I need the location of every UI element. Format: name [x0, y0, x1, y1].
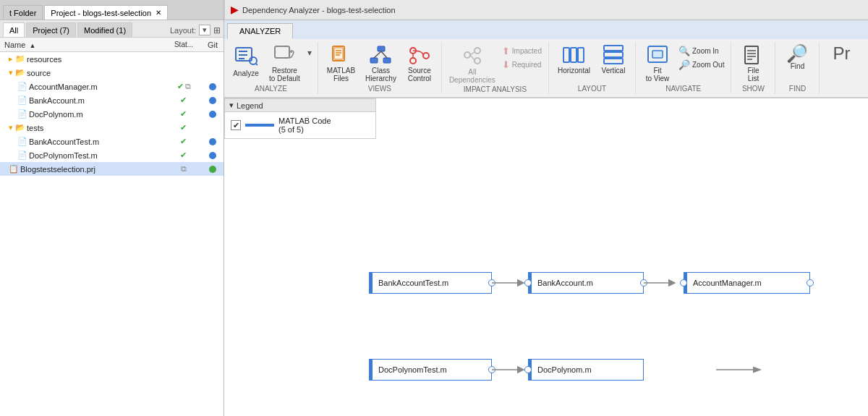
svg-rect-30	[604, 52, 623, 57]
legend-title: Legend	[237, 101, 263, 110]
tab-modified[interactable]: Modified (1)	[77, 22, 132, 37]
svg-rect-8	[334, 48, 343, 59]
node-right-dot2	[640, 279, 647, 286]
matlab-files-icon	[330, 45, 352, 67]
pr-button[interactable]: Pr	[824, 43, 859, 64]
required-icon: ⬇	[502, 59, 510, 70]
source-control-button[interactable]: SourceControl	[402, 43, 437, 84]
matlab-files-button[interactable]: MATLABFiles	[323, 43, 359, 84]
pr-icon: Pr	[833, 45, 850, 62]
file-tree: ▸ 📁 resources ▾ 📂 source 📄 AccountManage…	[0, 52, 224, 416]
node-bankaccount[interactable]: BankAccount.m	[528, 272, 644, 294]
file-icon: 📄	[17, 82, 27, 91]
ribbon-tab-analyzer[interactable]: ANALYZER	[227, 23, 293, 39]
canvas-area: ▾ Legend ✔ MATLAB Code(5 of 5)	[224, 98, 868, 416]
file-icon: 📄	[17, 137, 27, 146]
close-tab-icon[interactable]: ✕	[156, 9, 161, 17]
node-right-dot	[488, 279, 495, 286]
expand-icon[interactable]: ⊞	[213, 25, 221, 35]
file-icon: 📄	[17, 95, 27, 105]
node-bankaccounttest[interactable]: BankAccountTest.m	[369, 272, 492, 294]
dropdown-arrow-icon: ▾	[307, 48, 312, 58]
git-status-dot	[209, 166, 216, 173]
impacted-icon: ⬆	[502, 46, 510, 56]
layout-dropdown[interactable]: ▾	[199, 25, 210, 35]
svg-point-21	[464, 52, 470, 58]
node-accountmanager[interactable]: AccountManager.m	[684, 272, 810, 294]
node-docpolynom[interactable]: DocPolynom.m	[528, 359, 644, 381]
svg-line-16	[381, 51, 387, 58]
dep-analyzer-title: Dependency Analyzer - blogs-test-selecti…	[242, 6, 396, 14]
required-button[interactable]: ⬇ Required	[500, 59, 544, 71]
check-icon: ✔	[180, 150, 187, 160]
check-icon: ✔	[180, 137, 187, 146]
svg-rect-12	[378, 46, 385, 51]
find-button[interactable]: 🔎 Find	[780, 43, 814, 72]
node-left-dot2	[680, 279, 687, 286]
node-left-dot3	[524, 366, 532, 373]
tree-item-source[interactable]: ▾ 📂 source	[0, 66, 224, 80]
tree-item-docpolynom[interactable]: 📄 DocPolynom.m ✔	[0, 107, 224, 121]
git-status-dot	[209, 152, 216, 159]
fit-to-view-button[interactable]: Fitto View	[640, 43, 675, 84]
horizontal-button[interactable]: Horizontal	[553, 43, 595, 76]
class-hierarchy-button[interactable]: ClassHierarchy	[361, 43, 401, 84]
check-icon: ✔	[177, 82, 184, 91]
svg-point-22	[475, 48, 480, 54]
svg-line-5	[256, 64, 258, 65]
node-docpolynomtest[interactable]: DocPolynomTest.m	[369, 359, 492, 381]
svg-line-25	[470, 55, 475, 60]
git-status-dot	[209, 111, 216, 118]
file-list-button[interactable]: FileList	[736, 43, 770, 84]
tree-item-tests[interactable]: ▾ 📂 tests ✔	[0, 121, 224, 135]
tree-item-resources[interactable]: ▸ 📁 resources	[0, 52, 224, 66]
legend-item-label: MATLAB Code(5 of 5)	[278, 116, 331, 134]
tab-project-count[interactable]: Project (7)	[26, 22, 76, 37]
legend-box: ▾ Legend ✔ MATLAB Code(5 of 5)	[224, 98, 376, 139]
tab-project[interactable]: Project - blogs-test-selection ✕	[44, 5, 168, 20]
legend-collapse-icon[interactable]: ▾	[229, 101, 234, 110]
find-icon: 🔎	[786, 45, 808, 62]
views-more-button[interactable]: ▾	[306, 43, 313, 59]
legend-checkbox[interactable]: ✔	[231, 120, 241, 130]
legend-line	[245, 124, 274, 127]
restore-button[interactable]: Restoreto Default	[265, 43, 305, 84]
tab-all[interactable]: All	[3, 22, 25, 37]
doc-icon: ⧉	[181, 164, 187, 174]
folder-icon: ▸ 📁	[9, 54, 25, 64]
tree-item-bankaccounttest[interactable]: 📄 BankAccountTest.m ✔	[0, 135, 224, 148]
zoom-out-icon: 🔎	[678, 59, 690, 70]
matlab-logo-icon: ▶	[231, 4, 238, 15]
all-dep-icon	[461, 45, 483, 68]
impacted-button[interactable]: ⬆ Impacted	[500, 45, 544, 57]
svg-point-18	[410, 58, 416, 64]
col-name-header[interactable]: Name ▲	[0, 41, 166, 49]
svg-rect-27	[571, 48, 576, 62]
svg-rect-14	[383, 58, 391, 63]
tree-item-bankaccount[interactable]: 📄 BankAccount.m ✔	[0, 93, 224, 107]
prj-icon: 📋	[9, 164, 19, 174]
folder-open-icon: ▾ 📂	[9, 68, 25, 77]
check-icon: ✔	[180, 123, 187, 132]
zoom-in-button[interactable]: 🔍 Zoom In	[676, 45, 726, 57]
folder-open-icon: ▾ 📂	[9, 123, 25, 132]
col-stat-header[interactable]: Stat...	[166, 41, 202, 48]
tree-item-accountmanager[interactable]: 📄 AccountManager.m ✔ ⧉	[0, 80, 224, 93]
svg-rect-33	[652, 51, 663, 58]
check-icon: ✔	[180, 109, 187, 119]
tree-item-docpolynomtest[interactable]: 📄 DocPolynomTest.m ✔	[0, 148, 224, 162]
tree-item-project-file[interactable]: 📋 Blogstestselection.prj ⧉	[0, 162, 224, 176]
analyze-icon	[234, 45, 258, 69]
horizontal-icon	[563, 45, 584, 67]
zoom-out-button[interactable]: 🔎 Zoom Out	[676, 59, 726, 71]
svg-rect-34	[745, 46, 758, 64]
analyze-button[interactable]: Analyze	[229, 43, 263, 79]
svg-rect-28	[578, 48, 584, 62]
all-dependencies-button[interactable]: AllDependencies	[446, 43, 498, 85]
svg-line-24	[470, 52, 475, 55]
tab-folder[interactable]: t Folder	[3, 5, 43, 20]
source-control-icon	[409, 45, 430, 67]
class-hierarchy-icon	[369, 45, 392, 67]
vertical-button[interactable]: Vertical	[596, 43, 631, 76]
git-status-dot	[209, 97, 216, 104]
